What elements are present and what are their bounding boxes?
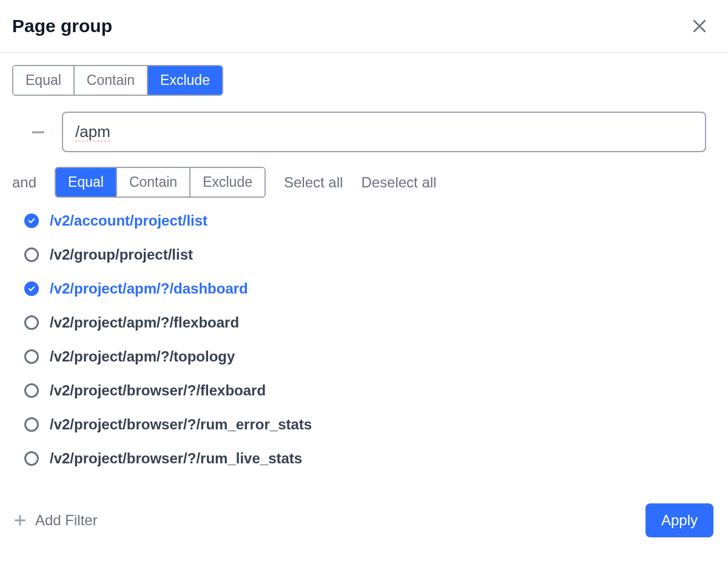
filter1-value-input[interactable] bbox=[62, 112, 706, 152]
filter2-contain-button[interactable]: Contain bbox=[117, 168, 190, 197]
page-item-label: /v2/project/browser/?/flexboard bbox=[50, 382, 266, 399]
close-icon bbox=[690, 28, 709, 37]
filter2-exclude-button[interactable]: Exclude bbox=[190, 168, 265, 197]
filter1-equal-button[interactable]: Equal bbox=[13, 66, 75, 95]
select-all-button[interactable]: Select all bbox=[284, 174, 343, 191]
add-filter-button[interactable]: Add Filter bbox=[12, 512, 98, 529]
radio-icon bbox=[24, 349, 39, 364]
modal-footer: Add Filter Apply bbox=[0, 503, 728, 552]
operator-label: and bbox=[12, 174, 36, 191]
page-item[interactable]: /v2/project/browser/?/flexboard bbox=[24, 382, 716, 399]
modal-header: Page group bbox=[0, 0, 728, 53]
filter2-mode-group: Equal Contain Exclude bbox=[55, 167, 266, 198]
minus-icon bbox=[29, 129, 47, 144]
deselect-all-button[interactable]: Deselect all bbox=[361, 174, 436, 191]
plus-icon bbox=[12, 512, 28, 528]
radio-icon bbox=[24, 247, 39, 262]
check-circle-icon bbox=[24, 213, 39, 228]
page-item-label: /v2/project/apm/?/flexboard bbox=[50, 314, 239, 331]
page-item[interactable]: /v2/group/project/list bbox=[24, 246, 716, 263]
radio-icon bbox=[24, 451, 39, 466]
remove-filter-button[interactable] bbox=[12, 123, 47, 141]
radio-icon bbox=[24, 417, 39, 432]
page-item-label: /v2/project/apm/?/topology bbox=[50, 348, 235, 365]
page-item-label: /v2/project/browser/?/rum_live_stats bbox=[50, 450, 302, 467]
page-list: /v2/account/project/list/v2/group/projec… bbox=[12, 212, 716, 467]
filter1-mode-group: Equal Contain Exclude bbox=[12, 65, 223, 96]
page-item-label: /v2/group/project/list bbox=[50, 246, 193, 263]
radio-icon bbox=[24, 315, 39, 330]
page-item[interactable]: /v2/project/apm/?/topology bbox=[24, 348, 716, 365]
apply-button[interactable]: Apply bbox=[645, 503, 713, 537]
modal-title: Page group bbox=[12, 16, 112, 36]
page-item[interactable]: /v2/project/apm/?/dashboard bbox=[24, 280, 716, 297]
close-button[interactable] bbox=[688, 15, 711, 38]
filter2-equal-button[interactable]: Equal bbox=[56, 168, 117, 197]
modal-body: Equal Contain Exclude and Equal Contain … bbox=[0, 53, 728, 479]
page-item[interactable]: /v2/project/apm/?/flexboard bbox=[24, 314, 716, 331]
filter1-exclude-button[interactable]: Exclude bbox=[148, 66, 222, 95]
page-group-modal: Page group Equal Contain Exclude and Equ… bbox=[0, 0, 728, 561]
add-filter-label: Add Filter bbox=[35, 512, 98, 529]
page-item-label: /v2/project/apm/?/dashboard bbox=[50, 280, 248, 297]
filter1-contain-button[interactable]: Contain bbox=[75, 66, 148, 95]
page-item[interactable]: /v2/project/browser/?/rum_live_stats bbox=[24, 450, 716, 467]
check-circle-icon bbox=[24, 281, 39, 296]
filter2-row: and Equal Contain Exclude Select all Des… bbox=[12, 167, 716, 198]
page-item[interactable]: /v2/project/browser/?/rum_error_stats bbox=[24, 416, 716, 433]
radio-icon bbox=[24, 383, 39, 398]
page-item-label: /v2/project/browser/?/rum_error_stats bbox=[50, 416, 312, 433]
page-item-label: /v2/account/project/list bbox=[50, 212, 207, 229]
page-item[interactable]: /v2/account/project/list bbox=[24, 212, 716, 229]
filter1-input-row bbox=[12, 112, 716, 152]
